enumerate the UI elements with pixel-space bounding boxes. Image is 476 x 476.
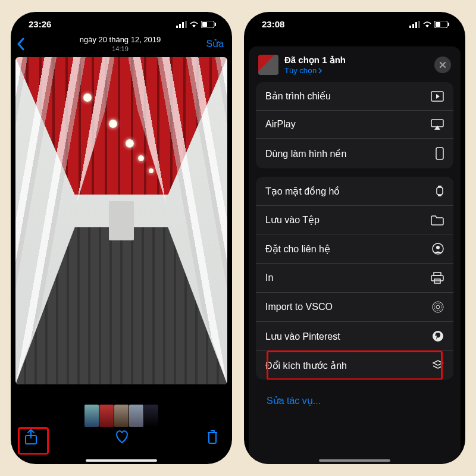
svg-rect-24	[431, 275, 443, 281]
back-button[interactable]	[17, 37, 40, 51]
row-label: Lưu vào Tệp	[265, 214, 320, 226]
phone-photo-viewer: 23:26 ngày 20 tháng 12, 2019 14:19 Sửa	[11, 12, 232, 464]
action-wallpaper[interactable]: Dùng làm hình nền	[256, 138, 453, 168]
svg-rect-5	[202, 22, 207, 27]
close-button[interactable]	[434, 57, 451, 73]
action-group-1: Bản trình chiếu AirPlay Dùng làm hình nề…	[256, 82, 453, 168]
phone-icon	[436, 147, 444, 160]
contact-icon	[432, 243, 444, 255]
selected-photo-thumb	[258, 55, 278, 75]
svg-rect-1	[179, 24, 181, 28]
status-bar: 23:08	[244, 12, 465, 33]
annotation-highlight	[267, 350, 443, 380]
row-label: Import to VSCO	[265, 302, 333, 312]
svg-point-22	[436, 246, 440, 249]
annotation-highlight	[18, 427, 49, 455]
action-airplay[interactable]: AirPlay	[256, 110, 453, 138]
signal-icon	[176, 21, 187, 28]
svg-rect-20	[438, 195, 441, 196]
watch-icon	[436, 185, 444, 197]
svg-rect-19	[438, 186, 441, 187]
action-group-2: Tạo mặt đồng hồ Lưu vào Tệp Đặt cho liên…	[256, 177, 453, 380]
svg-rect-3	[185, 21, 187, 28]
row-label: Đặt cho liên hệ	[265, 243, 330, 255]
home-indicator[interactable]	[86, 459, 157, 462]
chevron-left-icon	[17, 37, 25, 51]
play-icon	[431, 91, 444, 102]
svg-rect-0	[176, 26, 178, 28]
svg-rect-8	[409, 26, 411, 28]
photo-viewport[interactable]	[15, 57, 227, 384]
svg-rect-9	[412, 24, 414, 28]
signal-icon	[409, 21, 420, 28]
row-label: Lưu vào Pinterest	[265, 331, 340, 342]
svg-point-28	[436, 305, 440, 309]
svg-rect-17	[436, 148, 443, 159]
nav-bar: ngày 20 tháng 12, 2019 14:19 Sửa	[11, 33, 232, 57]
status-icons	[409, 21, 450, 28]
svg-rect-10	[415, 22, 417, 28]
action-watchface[interactable]: Tạo mặt đồng hồ	[256, 177, 453, 205]
sheet-header: Đã chọn 1 ảnh Tùy chọn	[249, 46, 461, 82]
edit-button[interactable]: Sửa	[200, 38, 224, 49]
home-indicator[interactable]	[319, 459, 390, 462]
svg-rect-18	[437, 187, 443, 195]
action-assign-contact[interactable]: Đặt cho liên hệ	[256, 234, 453, 263]
svg-point-27	[434, 303, 441, 311]
status-icons	[176, 21, 217, 28]
wifi-icon	[189, 21, 199, 28]
row-label: Tạo mặt đồng hồ	[265, 186, 340, 197]
print-icon	[431, 272, 444, 284]
battery-icon	[434, 21, 450, 28]
action-save-files[interactable]: Lưu vào Tệp	[256, 205, 453, 234]
delete-button[interactable]	[206, 429, 219, 447]
sheet-title: Đã chọn 1 ảnh	[284, 55, 346, 65]
edit-actions-link[interactable]: Sửa tác vụ...	[256, 388, 453, 414]
phone-share-sheet: 23:08 Đã chọn 1 ảnh Tùy chọn	[244, 12, 465, 464]
vsco-icon	[432, 301, 444, 313]
share-sheet: Đã chọn 1 ảnh Tùy chọn Bản trình chiếu A…	[249, 46, 461, 464]
action-slideshow[interactable]: Bản trình chiếu	[256, 82, 453, 110]
svg-rect-13	[436, 22, 440, 27]
svg-rect-14	[448, 23, 449, 26]
pinterest-icon	[432, 330, 444, 342]
favorite-button[interactable]	[114, 430, 130, 446]
options-label: Tùy chọn	[284, 66, 317, 75]
options-link[interactable]: Tùy chọn	[284, 66, 346, 75]
row-label: Dùng làm hình nền	[265, 148, 346, 159]
wifi-icon	[422, 21, 432, 28]
folder-icon	[431, 215, 444, 226]
status-bar: 23:26	[11, 12, 232, 33]
nav-title: ngày 20 tháng 12, 2019	[40, 35, 200, 44]
svg-rect-2	[182, 22, 184, 28]
action-save-pinterest[interactable]: Lưu vào Pinterest	[256, 321, 453, 350]
battery-icon	[201, 21, 217, 28]
airplay-icon	[431, 119, 444, 130]
action-import-vsco[interactable]: Import to VSCO	[256, 292, 453, 321]
svg-rect-6	[215, 23, 216, 26]
status-time: 23:08	[262, 19, 284, 29]
status-time: 23:26	[29, 19, 51, 29]
close-icon	[439, 61, 446, 68]
svg-rect-11	[418, 21, 420, 28]
action-print[interactable]: In	[256, 263, 453, 292]
nav-subtitle: 14:19	[40, 45, 200, 52]
chevron-right-icon	[318, 68, 322, 74]
row-label: Bản trình chiếu	[265, 90, 331, 102]
trash-icon	[206, 429, 219, 444]
row-label: In	[265, 273, 273, 283]
row-label: AirPlay	[265, 119, 296, 130]
heart-icon	[114, 430, 130, 444]
